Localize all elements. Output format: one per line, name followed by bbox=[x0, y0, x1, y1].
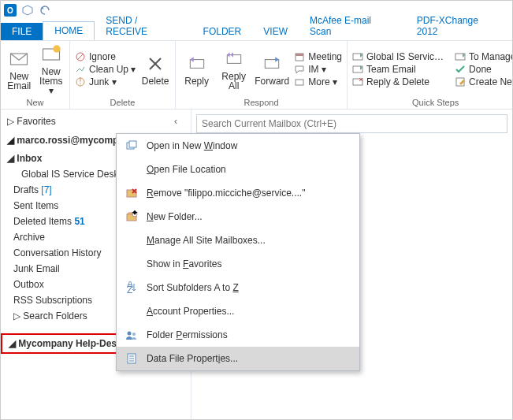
svg-rect-14 bbox=[296, 80, 303, 85]
tab-pdfx[interactable]: PDF-XChange 2012 bbox=[406, 12, 512, 40]
group-new-label: New bbox=[1, 98, 69, 109]
ctx-label: Remove "filippo.micciche@service...." bbox=[147, 188, 305, 199]
ctx-manage-all-site-mailboxes[interactable]: Manage All Site Mailboxes... bbox=[117, 229, 359, 252]
ctx-label: Show in Favorites bbox=[147, 258, 221, 269]
sort-icon: AZ bbox=[125, 281, 139, 294]
svg-text:✦: ✦ bbox=[131, 210, 138, 218]
permissions-icon bbox=[125, 329, 139, 341]
qs-global[interactable]: Global IS Servic… bbox=[352, 51, 444, 62]
new-email-button[interactable]: New Email bbox=[6, 48, 33, 91]
ctx-account-properties[interactable]: Account Properties... bbox=[117, 299, 359, 323]
svg-point-32 bbox=[128, 332, 132, 336]
ctx-open-in-new-window[interactable]: Open in New Window bbox=[117, 134, 359, 158]
qs-create[interactable]: Create New bbox=[455, 76, 513, 87]
new-window-icon bbox=[125, 139, 139, 152]
qs-done[interactable]: Done bbox=[455, 64, 513, 75]
reply-button[interactable]: Reply bbox=[180, 53, 213, 86]
tab-view[interactable]: VIEW bbox=[252, 23, 299, 40]
svg-point-33 bbox=[132, 333, 136, 336]
remove-icon bbox=[125, 187, 139, 199]
ctx-label: Data File Properties... bbox=[147, 353, 238, 364]
delete-button[interactable]: Delete bbox=[140, 53, 170, 86]
qat-send-receive-icon[interactable] bbox=[21, 4, 34, 17]
ctx-new-folder[interactable]: ✦New Folder... bbox=[117, 205, 359, 229]
meeting-button[interactable]: Meeting bbox=[294, 51, 342, 62]
favorites-header[interactable]: ▷ Favorites bbox=[7, 116, 56, 127]
ctx-label: Folder Permissions bbox=[147, 329, 228, 340]
ctx-show-in-favorites[interactable]: Show in Favorites bbox=[117, 252, 359, 276]
svg-point-2 bbox=[53, 45, 60, 52]
qs-team[interactable]: Team Email bbox=[352, 64, 444, 75]
outlook-icon: O bbox=[4, 4, 17, 17]
ctx-sort-subfolders-a-to-z[interactable]: AZSort Subfolders A to Z bbox=[117, 276, 359, 299]
im-button[interactable]: IM ▾ bbox=[294, 64, 342, 75]
tab-home[interactable]: HOME bbox=[43, 21, 95, 40]
group-quicksteps-label: Quick Steps bbox=[348, 98, 513, 109]
junk-button[interactable]: !Junk ▾ bbox=[75, 76, 136, 87]
ignore-button[interactable]: Ignore bbox=[75, 51, 136, 62]
more-button[interactable]: More ▾ bbox=[294, 76, 342, 87]
collapse-nav[interactable]: ‹ bbox=[167, 116, 184, 127]
qat-undo-icon[interactable] bbox=[39, 4, 51, 17]
qs-tomanager[interactable]: To Manager bbox=[455, 51, 513, 62]
cleanup-button[interactable]: Clean Up ▾ bbox=[75, 64, 136, 75]
ctx-data-file-properties[interactable]: Data File Properties... bbox=[117, 347, 359, 370]
ctx-remove-filippo-micciche-service[interactable]: Remove "filippo.micciche@service...." bbox=[117, 181, 359, 205]
forward-button[interactable]: Forward bbox=[255, 53, 289, 86]
ctx-label: Manage All Site Mailboxes... bbox=[147, 235, 266, 246]
new-email-label: New Email bbox=[7, 72, 31, 91]
ctx-label: Account Properties... bbox=[147, 306, 234, 317]
new-items-label: New Items ▾ bbox=[38, 67, 65, 95]
tab-mcafee[interactable]: McAfee E-mail Scan bbox=[299, 12, 406, 40]
tab-send-receive[interactable]: SEND / RECEIVE bbox=[95, 12, 191, 40]
svg-rect-23 bbox=[129, 141, 136, 147]
svg-line-4 bbox=[77, 54, 84, 60]
datafile-icon bbox=[125, 352, 139, 365]
ribbon: New Email New Items ▾ New Ignore Clean U… bbox=[1, 40, 512, 110]
group-delete-label: Delete bbox=[70, 98, 175, 109]
reply-all-button[interactable]: Reply All bbox=[217, 48, 250, 91]
group-respond-label: Respond bbox=[176, 98, 347, 109]
tab-file[interactable]: FILE bbox=[1, 23, 43, 40]
ctx-open-file-location[interactable]: Open File Location bbox=[117, 158, 359, 181]
ctx-folder-permissions[interactable]: Folder Permissions bbox=[117, 323, 359, 347]
ctx-label: Open File Location bbox=[147, 164, 226, 175]
ribbon-tabs: FILE HOME SEND / RECEIVE FOLDER VIEW McA… bbox=[1, 20, 512, 40]
delete-label: Delete bbox=[142, 76, 169, 86]
ctx-label: Sort Subfolders A to Z bbox=[147, 282, 239, 293]
qs-replydel[interactable]: Reply & Delete bbox=[352, 76, 444, 87]
context-menu: Open in New WindowOpen File LocationRemo… bbox=[116, 133, 360, 371]
search-input[interactable] bbox=[196, 114, 507, 133]
svg-text:Z: Z bbox=[127, 284, 132, 294]
svg-text:!: ! bbox=[79, 76, 81, 87]
new-items-button[interactable]: New Items ▾ bbox=[38, 43, 65, 95]
ctx-label: New Folder... bbox=[147, 211, 203, 222]
tab-folder[interactable]: FOLDER bbox=[192, 23, 253, 40]
svg-rect-13 bbox=[296, 54, 303, 56]
ctx-label: Open in New Window bbox=[147, 140, 237, 151]
new-folder-icon: ✦ bbox=[125, 210, 139, 223]
